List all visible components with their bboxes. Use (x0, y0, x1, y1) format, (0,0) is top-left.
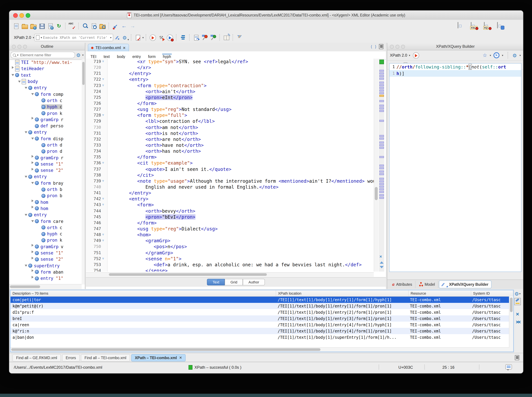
code-line-738[interactable]: 738</cit> (86, 172, 374, 178)
breadcrumb-item-entry[interactable]: entry (132, 53, 141, 59)
editor-perspective-button[interactable] (458, 22, 465, 30)
builder-settings-button[interactable]: ⚙ (512, 53, 517, 58)
outline-item-pron[interactable]: pronk (9, 237, 82, 244)
match-mark[interactable] (379, 105, 384, 107)
view-tab-errors[interactable]: Errors (62, 354, 79, 361)
code-line-730[interactable]: 730<orth>am not</orth> (86, 124, 374, 130)
editor-horizontal-scrollbar[interactable] (86, 272, 374, 277)
outline-item-entry[interactable]: entry (9, 129, 82, 136)
match-mark[interactable] (379, 110, 384, 112)
outline-item-pron[interactable]: prond (9, 148, 82, 155)
outline-item-hyph[interactable]: hyphc (9, 231, 82, 237)
fold-toggle-icon[interactable]: ▽ (102, 202, 108, 208)
code-line-741[interactable]: 741</entry> (86, 190, 374, 196)
remove-result-button[interactable]: ✕ (514, 311, 521, 317)
fold-toggle-icon[interactable]: ▽ (102, 196, 108, 202)
code-line-732[interactable]: 732<orth>are not</orth> (86, 136, 374, 142)
results-column-header[interactable]: System ID (471, 290, 513, 296)
outline-item-orth[interactable]: orthd (9, 142, 82, 148)
outline-item-orth[interactable]: orthb (9, 186, 82, 193)
panel-buttons[interactable] (12, 45, 27, 49)
editor-tab[interactable]: TEI-combo.xml ✕ (88, 44, 129, 51)
code-line-749[interactable]: 749▽<gramGrp> (86, 238, 374, 244)
result-row[interactable]: com|peti|tor/TEI[1]/text[1]/body[1]/entr… (11, 297, 513, 303)
configure-transformation-button[interactable]: ⚒ (158, 34, 165, 41)
find-replace-button[interactable] (90, 22, 97, 30)
match-mark[interactable] (379, 197, 384, 199)
panel-tab-attributes[interactable]: aAttributes (389, 281, 415, 288)
results-table-header[interactable]: Description – 70 itemsXPath locationReso… (11, 290, 513, 297)
profiling-filter-button[interactable] (236, 34, 243, 41)
views-list-icon[interactable] (515, 355, 519, 360)
xpath-expression-editor[interactable]: 1//orth/following-sibling::*[not(self::o… (389, 63, 521, 272)
close-tab-icon[interactable]: ✕ (123, 46, 126, 50)
panel-buttons[interactable] (390, 45, 405, 49)
xpath-settings-button[interactable]: ⚙▾ (121, 34, 128, 41)
view-tab-xpath-tei-combo-xml[interactable]: XPath – TEI-combo.xml✕ (131, 354, 186, 361)
result-row[interactable]: a|ban|don/TEI[1]/text[1]/body[1]/superEn… (11, 334, 513, 340)
element-filter-field[interactable]: ▾ (11, 52, 75, 58)
editor-vertical-scrollbar[interactable] (374, 59, 378, 272)
clear-highlights-icon[interactable]: ✕ (379, 255, 382, 258)
code-line-728[interactable]: 728▽<form type="full"> (86, 112, 374, 118)
match-mark[interactable] (379, 180, 384, 182)
code-line-745[interactable]: 745<pron>"bEvI</pron> (86, 214, 374, 220)
fold-toggle-icon[interactable]: ▽ (102, 256, 108, 261)
favorites-icon[interactable]: ☆ (483, 52, 487, 58)
match-mark[interactable] (379, 120, 384, 122)
code-line-746[interactable]: 746</form> (86, 220, 374, 226)
forward-button[interactable]: → (129, 22, 136, 30)
code-line-726[interactable]: 726</form> (86, 100, 374, 106)
match-mark[interactable] (379, 171, 384, 173)
code-line-731[interactable]: 731<orth>is not</orth> (86, 130, 374, 136)
outline-item-form[interactable]: formcomp (9, 91, 82, 97)
outline-settings-button[interactable]: ⚙ (76, 52, 81, 57)
database-perspective-button[interactable] (497, 22, 504, 30)
results-column-header[interactable]: XPath location (276, 290, 409, 296)
outline-item-form[interactable]: formbray (9, 180, 82, 186)
outline-item-gramGrp[interactable]: gramGrpr (9, 116, 82, 123)
result-row[interactable]: k@"ri:n/TEI[1]/text[1]/body[1]/entry[4]/… (11, 328, 513, 334)
match-mark[interactable] (379, 87, 384, 89)
outline-horizontal-scrollbar[interactable] (9, 284, 82, 289)
new-document-button[interactable] (12, 22, 20, 30)
match-mark[interactable] (379, 75, 384, 77)
view-tab-find-all-tei-combo-xml[interactable]: Find all – TEI-combo.xml (81, 354, 130, 361)
outline-item-entry[interactable]: entry (9, 212, 82, 218)
breadcrumb-item-text[interactable]: text (104, 53, 110, 59)
match-mark[interactable] (379, 82, 384, 84)
code-line-744[interactable]: 744<orth>bevvy</orth> (86, 208, 374, 214)
debug-scenario-button[interactable] (166, 34, 173, 41)
notification-icon[interactable] (505, 364, 512, 369)
outline-item-pron[interactable]: pronb (9, 192, 82, 199)
fold-toggle-icon[interactable]: ▽ (102, 82, 108, 88)
outline-item-hyph[interactable]: hyphc (9, 104, 82, 110)
outline-item-sense[interactable]: sense"2" (9, 167, 82, 174)
match-mark[interactable] (379, 70, 384, 72)
outline-item-sense[interactable]: sense"1" (9, 161, 82, 167)
code-line-750[interactable]: 750<pos>n</pos> (86, 244, 374, 250)
outline-item-text[interactable]: text (9, 72, 82, 78)
match-mark[interactable] (379, 84, 384, 86)
code-line-729[interactable]: 729<lbl>contraction of</lbl> (86, 118, 374, 124)
match-mark[interactable] (379, 188, 384, 190)
next-match-icon[interactable] (380, 266, 384, 268)
breadcrumb-item-hyph[interactable]: hyph (163, 53, 171, 59)
code-line-747[interactable]: 747<usg type="reg">Dialect</usg> (86, 226, 374, 232)
spell-check-button[interactable]: ABC✓ (68, 22, 76, 30)
code-line-739[interactable]: 739▽<note type="usage">Although the inte… (86, 178, 374, 184)
code-line-733[interactable]: 733<orth>have not</orth> (86, 142, 374, 148)
mode-tab-grid[interactable]: Grid (225, 279, 243, 285)
match-mark[interactable] (379, 186, 384, 188)
results-settings-button[interactable]: ⚙▾ (514, 290, 521, 297)
editor-list-icon[interactable] (379, 44, 383, 49)
result-row[interactable]: breI/TEI[1]/text[1]/body[1]/entry[3]/for… (11, 315, 513, 322)
match-mark[interactable] (379, 78, 384, 80)
xquery-debugger-button[interactable]: XQ (484, 22, 491, 30)
mode-tab-text[interactable]: Text (207, 279, 225, 285)
save-button[interactable] (38, 22, 45, 30)
match-mark[interactable] (379, 72, 384, 74)
code-line-724[interactable]: 724<orth>ain't</orth> (86, 88, 374, 94)
open-file-button[interactable] (21, 22, 28, 30)
outline-item-entry[interactable]: entry (9, 85, 82, 91)
